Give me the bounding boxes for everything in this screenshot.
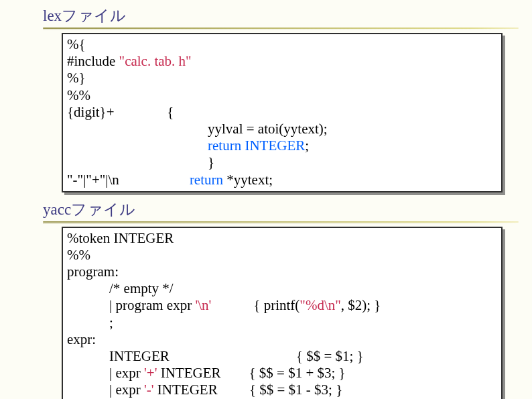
yacc-heading: yaccファイル (43, 199, 519, 220)
code-line: INTEGER { $$ = $1; } (67, 348, 497, 365)
code-line: %% (67, 247, 497, 264)
code-line: return INTEGER; (67, 137, 497, 154)
code-line: %{ (67, 36, 497, 53)
yacc-divider (43, 221, 519, 224)
code-line: /* empty */ (67, 280, 497, 297)
yacc-code-box: %token INTEGER %% program: /* empty */ |… (62, 227, 503, 399)
code-line: } (67, 154, 497, 171)
code-line: yylval = atoi(yytext); (67, 121, 497, 137)
code-line: %token INTEGER (67, 230, 497, 247)
code-line: {digit}+ { (67, 104, 497, 121)
code-line: program: (67, 264, 497, 280)
code-line: "-"|"+"|\n return *yytext; (67, 172, 497, 188)
code-line: | expr '+' INTEGER { $$ = $1 + $3; } (67, 365, 497, 382)
code-line: %% (67, 87, 497, 104)
code-line: | program expr '\n' { printf("%d\n", $2)… (67, 297, 497, 314)
lex-code-box: %{ #include "calc. tab. h" %} %% {digit}… (62, 33, 503, 192)
code-line: #include "calc. tab. h" (67, 53, 497, 70)
code-line: %} (67, 70, 497, 87)
lex-divider (43, 27, 519, 30)
code-line: expr: (67, 331, 497, 348)
lex-heading: lexファイル (43, 5, 519, 26)
code-line: ; (67, 315, 497, 331)
code-line: | expr '-' INTEGER { $$ = $1 - $3; } (67, 382, 497, 398)
